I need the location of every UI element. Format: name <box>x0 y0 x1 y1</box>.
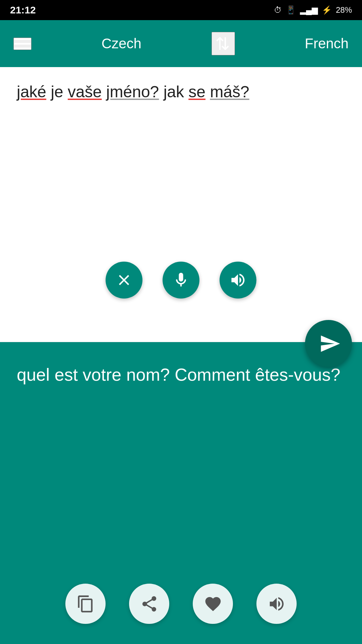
status-bar: 21:12 ⏱ 📱 ▂▄▆ ⚡ 28% <box>0 0 362 20</box>
speak-translation-button[interactable] <box>256 584 297 624</box>
source-text[interactable]: jaké je vaše jméno? jak se máš? <box>17 80 345 248</box>
menu-button[interactable] <box>13 38 32 50</box>
word-mas: máš? <box>210 83 249 101</box>
target-language-label[interactable]: French <box>305 36 349 52</box>
swap-languages-button[interactable]: ⇄ <box>212 32 235 55</box>
microphone-icon <box>172 271 190 289</box>
word-se: se <box>188 83 205 101</box>
share-button[interactable] <box>129 584 169 624</box>
share-icon <box>140 595 159 613</box>
speak-source-button[interactable] <box>220 262 256 299</box>
word-vase: vaše <box>68 83 102 101</box>
sim-icon: 📱 <box>286 5 296 15</box>
volume-icon <box>267 595 286 613</box>
menu-bar-3 <box>14 48 31 49</box>
copy-button[interactable] <box>65 584 106 624</box>
battery-level: 28% <box>336 5 352 15</box>
menu-bar-2 <box>14 43 31 45</box>
swap-icon: ⇄ <box>213 36 233 51</box>
speaker-icon <box>229 271 247 289</box>
input-actions <box>17 255 345 299</box>
output-panel: quel est votre nom? Comment êtes-vous? <box>0 342 362 644</box>
output-actions <box>17 577 345 624</box>
clear-button[interactable] <box>106 262 142 299</box>
translate-button[interactable] <box>305 320 352 367</box>
toolbar: Czech ⇄ French <box>0 20 362 67</box>
translated-text: quel est votre nom? Comment êtes-vous? <box>17 362 345 564</box>
favorite-button[interactable] <box>193 584 233 624</box>
word-jmeno: jméno? <box>106 83 159 101</box>
microphone-button[interactable] <box>163 262 199 299</box>
word-jake: jaké <box>17 83 46 101</box>
status-time: 21:12 <box>10 4 36 16</box>
signal-icon: ▂▄▆ <box>300 5 318 15</box>
input-panel: jaké je vaše jméno? jak se máš? <box>0 67 362 342</box>
heart-icon <box>204 595 222 613</box>
alarm-icon: ⏱ <box>274 5 282 15</box>
charging-icon: ⚡ <box>322 5 332 15</box>
word-je: je <box>51 83 68 101</box>
close-icon <box>115 271 133 289</box>
status-icons: ⏱ 📱 ▂▄▆ ⚡ 28% <box>274 5 352 15</box>
copy-icon <box>76 595 95 613</box>
menu-bar-1 <box>14 38 31 40</box>
source-language-label[interactable]: Czech <box>102 36 141 52</box>
word-jak: jak <box>164 83 189 101</box>
send-icon <box>319 333 341 355</box>
